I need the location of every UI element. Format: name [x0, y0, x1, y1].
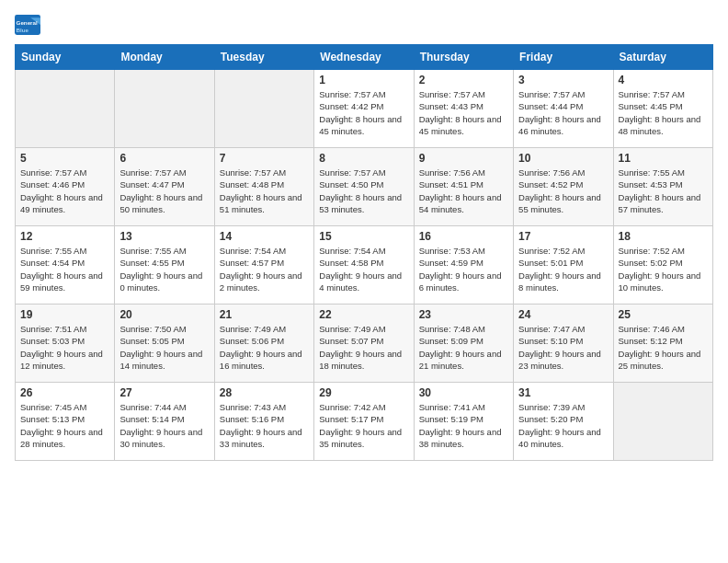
calendar-cell: 7Sunrise: 7:57 AMSunset: 4:48 PMDaylight… [214, 148, 313, 226]
day-number: 13 [119, 230, 209, 243]
cell-info: Sunrise: 7:54 AMSunset: 4:58 PMDaylight:… [319, 245, 408, 293]
logo: General Blue [15, 15, 40, 35]
day-number: 5 [20, 152, 109, 165]
calendar-cell: 8Sunrise: 7:57 AMSunset: 4:50 PMDaylight… [314, 148, 414, 226]
calendar-cell [613, 383, 712, 461]
day-number: 26 [20, 386, 109, 399]
weekday-header-saturday: Saturday [613, 45, 712, 70]
calendar-cell: 4Sunrise: 7:57 AMSunset: 4:45 PMDaylight… [613, 70, 712, 148]
calendar-cell [115, 70, 214, 148]
cell-info: Sunrise: 7:46 AMSunset: 5:12 PMDaylight:… [619, 323, 708, 372]
cell-info: Sunrise: 7:41 AMSunset: 5:19 PMDaylight:… [419, 401, 508, 450]
calendar-cell: 11Sunrise: 7:55 AMSunset: 4:53 PMDayligh… [613, 148, 712, 226]
header: General Blue [15, 15, 713, 35]
day-number: 10 [518, 152, 608, 165]
cell-info: Sunrise: 7:50 AMSunset: 5:05 PMDaylight:… [119, 323, 209, 372]
calendar-cell: 18Sunrise: 7:52 AMSunset: 5:02 PMDayligh… [613, 226, 712, 304]
day-number: 15 [319, 230, 408, 243]
day-number: 25 [619, 308, 708, 321]
cell-info: Sunrise: 7:57 AMSunset: 4:43 PMDaylight:… [419, 88, 508, 137]
calendar-cell: 1Sunrise: 7:57 AMSunset: 4:42 PMDaylight… [314, 70, 414, 148]
day-number: 11 [619, 152, 708, 165]
calendar-cell: 28Sunrise: 7:43 AMSunset: 5:16 PMDayligh… [214, 383, 313, 461]
day-number: 1 [319, 74, 408, 86]
cell-info: Sunrise: 7:57 AMSunset: 4:46 PMDaylight:… [20, 167, 109, 215]
day-number: 7 [220, 152, 309, 165]
calendar-cell: 23Sunrise: 7:48 AMSunset: 5:09 PMDayligh… [414, 304, 513, 383]
calendar-cell [16, 70, 115, 148]
cell-info: Sunrise: 7:44 AMSunset: 5:14 PMDaylight:… [119, 401, 209, 450]
calendar-cell: 26Sunrise: 7:45 AMSunset: 5:13 PMDayligh… [16, 383, 115, 461]
calendar-cell: 25Sunrise: 7:46 AMSunset: 5:12 PMDayligh… [613, 304, 712, 383]
cell-info: Sunrise: 7:57 AMSunset: 4:44 PMDaylight:… [518, 88, 608, 137]
week-row-3: 12Sunrise: 7:55 AMSunset: 4:54 PMDayligh… [16, 226, 713, 304]
day-number: 20 [119, 308, 209, 321]
day-number: 28 [220, 386, 309, 399]
weekday-header-sunday: Sunday [16, 45, 115, 70]
calendar-cell: 6Sunrise: 7:57 AMSunset: 4:47 PMDaylight… [115, 148, 214, 226]
calendar-cell: 20Sunrise: 7:50 AMSunset: 5:05 PMDayligh… [115, 304, 214, 383]
cell-info: Sunrise: 7:55 AMSunset: 4:55 PMDaylight:… [119, 245, 209, 293]
calendar-cell: 12Sunrise: 7:55 AMSunset: 4:54 PMDayligh… [16, 226, 115, 304]
week-row-1: 1Sunrise: 7:57 AMSunset: 4:42 PMDaylight… [16, 70, 713, 148]
cell-info: Sunrise: 7:56 AMSunset: 4:52 PMDaylight:… [518, 167, 608, 215]
cell-info: Sunrise: 7:49 AMSunset: 5:07 PMDaylight:… [319, 323, 408, 372]
cell-info: Sunrise: 7:39 AMSunset: 5:20 PMDaylight:… [518, 401, 608, 450]
day-number: 4 [619, 74, 708, 86]
day-number: 2 [419, 74, 508, 86]
cell-info: Sunrise: 7:47 AMSunset: 5:10 PMDaylight:… [518, 323, 608, 372]
calendar-cell: 10Sunrise: 7:56 AMSunset: 4:52 PMDayligh… [514, 148, 613, 226]
calendar-cell: 27Sunrise: 7:44 AMSunset: 5:14 PMDayligh… [115, 383, 214, 461]
cell-info: Sunrise: 7:48 AMSunset: 5:09 PMDaylight:… [419, 323, 508, 372]
cell-info: Sunrise: 7:53 AMSunset: 4:59 PMDaylight:… [419, 245, 508, 293]
day-number: 29 [319, 386, 408, 399]
calendar-cell: 19Sunrise: 7:51 AMSunset: 5:03 PMDayligh… [16, 304, 115, 383]
cell-info: Sunrise: 7:57 AMSunset: 4:47 PMDaylight:… [119, 167, 209, 215]
cell-info: Sunrise: 7:55 AMSunset: 4:54 PMDaylight:… [20, 245, 109, 293]
calendar-cell: 31Sunrise: 7:39 AMSunset: 5:20 PMDayligh… [514, 383, 613, 461]
day-number: 6 [119, 152, 209, 165]
day-number: 12 [20, 230, 109, 243]
calendar-cell: 29Sunrise: 7:42 AMSunset: 5:17 PMDayligh… [314, 383, 414, 461]
calendar-cell: 2Sunrise: 7:57 AMSunset: 4:43 PMDaylight… [414, 70, 513, 148]
cell-info: Sunrise: 7:51 AMSunset: 5:03 PMDaylight:… [20, 323, 109, 372]
day-number: 3 [518, 74, 608, 86]
calendar-cell: 14Sunrise: 7:54 AMSunset: 4:57 PMDayligh… [214, 226, 313, 304]
day-number: 8 [319, 152, 408, 165]
cell-info: Sunrise: 7:57 AMSunset: 4:45 PMDaylight:… [619, 88, 708, 137]
svg-text:Blue: Blue [17, 27, 29, 33]
calendar-cell: 13Sunrise: 7:55 AMSunset: 4:55 PMDayligh… [115, 226, 214, 304]
weekday-header-friday: Friday [514, 45, 613, 70]
cell-info: Sunrise: 7:49 AMSunset: 5:06 PMDaylight:… [220, 323, 309, 372]
cell-info: Sunrise: 7:45 AMSunset: 5:13 PMDaylight:… [20, 401, 109, 450]
weekday-header-tuesday: Tuesday [214, 45, 313, 70]
day-number: 22 [319, 308, 408, 321]
week-row-5: 26Sunrise: 7:45 AMSunset: 5:13 PMDayligh… [16, 383, 713, 461]
day-number: 14 [220, 230, 309, 243]
day-number: 30 [419, 386, 508, 399]
cell-info: Sunrise: 7:55 AMSunset: 4:53 PMDaylight:… [619, 167, 708, 215]
calendar-cell: 3Sunrise: 7:57 AMSunset: 4:44 PMDaylight… [514, 70, 613, 148]
weekday-header-row: SundayMondayTuesdayWednesdayThursdayFrid… [16, 45, 713, 70]
calendar-cell: 24Sunrise: 7:47 AMSunset: 5:10 PMDayligh… [514, 304, 613, 383]
calendar-cell: 30Sunrise: 7:41 AMSunset: 5:19 PMDayligh… [414, 383, 513, 461]
svg-text:General: General [17, 19, 38, 26]
day-number: 17 [518, 230, 608, 243]
day-number: 16 [419, 230, 508, 243]
day-number: 31 [518, 386, 608, 399]
calendar-cell: 16Sunrise: 7:53 AMSunset: 4:59 PMDayligh… [414, 226, 513, 304]
calendar-table: SundayMondayTuesdayWednesdayThursdayFrid… [15, 44, 713, 461]
day-number: 19 [20, 308, 109, 321]
weekday-header-monday: Monday [115, 45, 214, 70]
cell-info: Sunrise: 7:54 AMSunset: 4:57 PMDaylight:… [220, 245, 309, 293]
week-row-2: 5Sunrise: 7:57 AMSunset: 4:46 PMDaylight… [16, 148, 713, 226]
cell-info: Sunrise: 7:57 AMSunset: 4:48 PMDaylight:… [220, 167, 309, 215]
generalblue-logo-icon: General Blue [15, 15, 40, 35]
cell-info: Sunrise: 7:42 AMSunset: 5:17 PMDaylight:… [319, 401, 408, 450]
day-number: 21 [220, 308, 309, 321]
calendar-cell: 21Sunrise: 7:49 AMSunset: 5:06 PMDayligh… [214, 304, 313, 383]
cell-info: Sunrise: 7:43 AMSunset: 5:16 PMDaylight:… [220, 401, 309, 450]
day-number: 9 [419, 152, 508, 165]
day-number: 27 [119, 386, 209, 399]
cell-info: Sunrise: 7:57 AMSunset: 4:50 PMDaylight:… [319, 167, 408, 215]
